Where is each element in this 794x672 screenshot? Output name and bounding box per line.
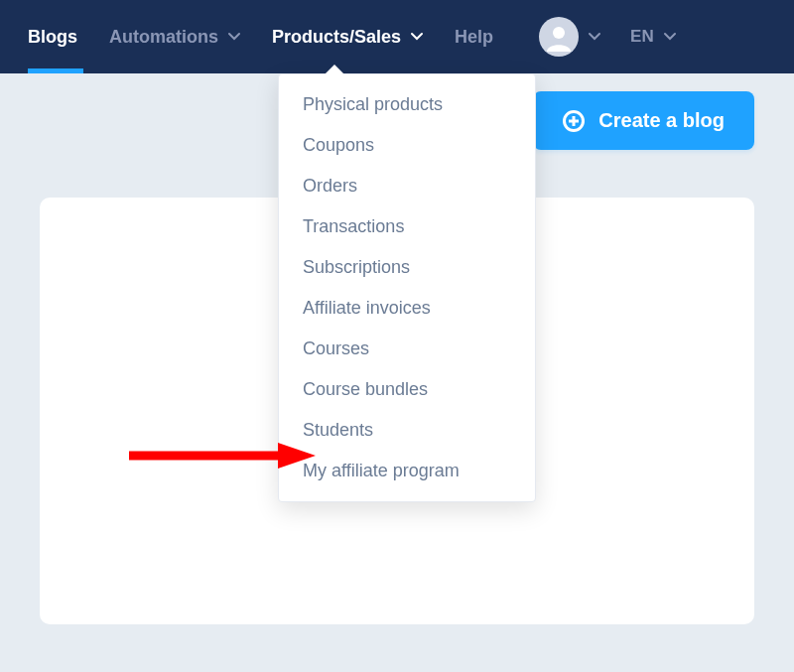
create-blog-label: Create a blog — [598, 109, 725, 132]
dropdown-item-transactions[interactable]: Transactions — [279, 206, 535, 247]
products-sales-dropdown: Physical products Coupons Orders Transac… — [278, 73, 536, 502]
dropdown-item-label: Physical products — [303, 94, 443, 114]
dropdown-item-label: Course bundles — [303, 379, 428, 399]
dropdown-item-label: Orders — [303, 176, 357, 196]
dropdown-item-physical-products[interactable]: Physical products — [279, 84, 535, 125]
dropdown-item-label: Students — [303, 420, 373, 440]
chevron-down-icon — [228, 32, 240, 42]
top-navigation: Blogs Automations Products/Sales Help EN — [0, 0, 794, 73]
create-blog-button[interactable]: Create a blog — [533, 91, 754, 150]
dropdown-item-label: Transactions — [303, 216, 404, 236]
nav-automations-label: Automations — [109, 27, 218, 48]
dropdown-item-course-bundles[interactable]: Course bundles — [279, 369, 535, 410]
dropdown-item-label: Affiliate invoices — [303, 298, 431, 318]
dropdown-item-coupons[interactable]: Coupons — [279, 125, 535, 166]
svg-marker-2 — [278, 443, 316, 469]
avatar — [539, 17, 579, 57]
dropdown-item-affiliate-invoices[interactable]: Affiliate invoices — [279, 288, 535, 329]
nav-blogs-label: Blogs — [28, 27, 77, 48]
nav-help[interactable]: Help — [439, 0, 509, 73]
plus-circle-icon — [563, 110, 585, 132]
nav-help-label: Help — [455, 27, 493, 48]
dropdown-item-label: Courses — [303, 338, 369, 358]
language-selector[interactable]: EN — [618, 27, 688, 47]
dropdown-item-label: Subscriptions — [303, 257, 410, 277]
dropdown-item-courses[interactable]: Courses — [279, 329, 535, 369]
chevron-down-icon — [664, 32, 676, 42]
nav-products-sales-label: Products/Sales — [272, 27, 401, 48]
chevron-down-icon — [589, 32, 600, 42]
user-menu[interactable] — [509, 17, 610, 57]
dropdown-item-label: Coupons — [303, 135, 374, 155]
language-label: EN — [630, 27, 654, 47]
nav-blogs[interactable]: Blogs — [12, 0, 93, 73]
chevron-down-icon — [411, 32, 423, 42]
arrow-annotation — [129, 441, 318, 470]
nav-automations[interactable]: Automations — [93, 0, 256, 73]
svg-point-0 — [553, 27, 565, 39]
dropdown-item-orders[interactable]: Orders — [279, 166, 535, 206]
dropdown-item-label: My affiliate program — [303, 461, 460, 480]
dropdown-item-subscriptions[interactable]: Subscriptions — [279, 247, 535, 288]
nav-products-sales[interactable]: Products/Sales — [256, 0, 439, 73]
